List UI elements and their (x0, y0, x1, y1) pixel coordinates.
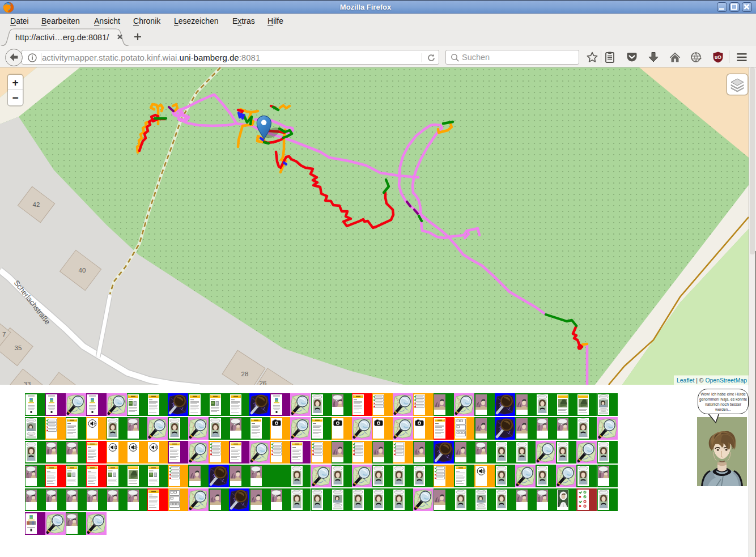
svg-text:26: 26 (260, 380, 267, 385)
svg-text:28: 28 (241, 371, 249, 377)
svg-text:uO: uO (715, 54, 721, 60)
svg-text:40: 40 (79, 267, 86, 274)
svg-text:7: 7 (2, 331, 6, 338)
svg-text:42: 42 (33, 201, 40, 208)
svg-text:http://activi…erg.de:8081/: http://activi…erg.de:8081/ (15, 33, 109, 42)
svg-text:35: 35 (15, 345, 22, 351)
svg-text:33: 33 (24, 381, 31, 385)
svg-text:Leaflet | © OpenStreetMap: Leaflet | © OpenStreetMap (677, 377, 747, 384)
